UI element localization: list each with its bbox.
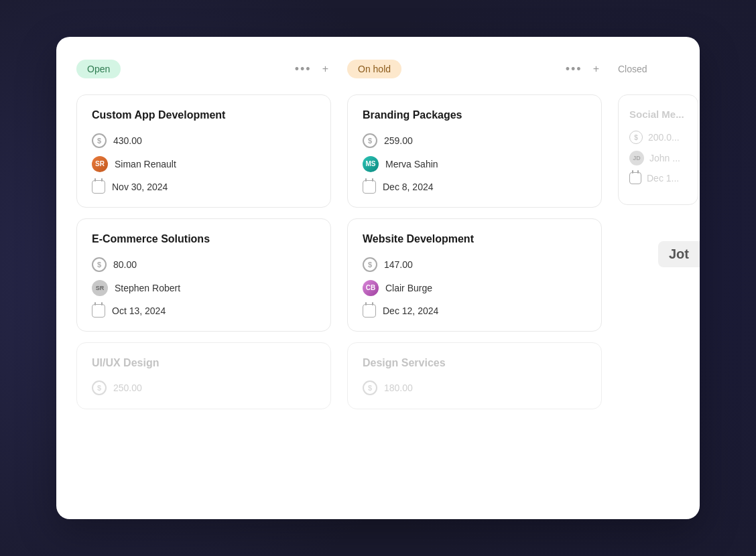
- card-date-row: Oct 13, 2024: [92, 304, 316, 318]
- card-date-row: Dec 12, 2024: [363, 304, 586, 318]
- card-design-services[interactable]: Design Services $ 180.00: [347, 342, 602, 410]
- partial-amount: 200.0...: [648, 132, 680, 143]
- status-badge-open: Open: [76, 60, 121, 78]
- jot-badge: Jot: [658, 241, 700, 267]
- on-hold-more-icon: •••: [566, 62, 582, 76]
- app-container: Open ••• + Custom App Development $: [56, 37, 700, 519]
- card-amount: 430.00: [113, 135, 142, 146]
- dollar-icon: $: [363, 380, 377, 395]
- card-title: E-Commerce Solutions: [92, 232, 316, 247]
- open-more-icon: •••: [295, 62, 312, 76]
- card-date: Oct 13, 2024: [112, 305, 166, 316]
- column-header-closed: Closed: [618, 57, 698, 81]
- card-date-row: Dec 8, 2024: [363, 180, 586, 194]
- card-custom-app[interactable]: Custom App Development $ 430.00 SR Siman…: [76, 94, 331, 208]
- card-amount: 80.00: [113, 259, 137, 270]
- card-assignee: Merva Sahin: [385, 159, 438, 169]
- status-badge-on-hold: On hold: [347, 60, 401, 78]
- calendar-icon: [363, 180, 376, 194]
- column-on-hold: On hold ••• + Branding Packages $ 25: [347, 57, 602, 499]
- card-amount-row: $ 430.00: [92, 133, 316, 148]
- calendar-icon: [363, 304, 376, 318]
- open-column-actions: ••• +: [292, 62, 331, 76]
- card-amount-row: $ 250.00: [92, 380, 316, 395]
- dollar-icon: $: [92, 133, 107, 148]
- avatar: MS: [363, 156, 379, 172]
- card-assignee-row: SR Stephen Robert: [92, 280, 316, 296]
- card-website-dev[interactable]: Website Development $ 147.00 CB Clair Bu…: [347, 218, 602, 332]
- on-hold-column-actions: ••• +: [563, 62, 602, 76]
- open-add-button[interactable]: +: [320, 62, 331, 76]
- open-more-button[interactable]: •••: [292, 62, 314, 76]
- card-branding[interactable]: Branding Packages $ 259.00 MS Merva Sahi…: [347, 94, 602, 208]
- on-hold-cards-container: Branding Packages $ 259.00 MS Merva Sahi…: [347, 94, 602, 409]
- card-amount-row: $ 259.00: [363, 133, 586, 148]
- card-amount: 147.00: [384, 259, 413, 270]
- on-hold-add-button[interactable]: +: [590, 62, 602, 76]
- status-badge-closed: Closed: [618, 60, 658, 78]
- partial-assignee-row: JD John ...: [629, 151, 687, 165]
- dollar-icon: $: [92, 380, 107, 395]
- calendar-icon: [629, 172, 641, 184]
- card-assignee-row: CB Clair Burge: [363, 280, 586, 296]
- column-open: Open ••• + Custom App Development $: [76, 57, 331, 499]
- partial-card-title: Social Me...: [629, 109, 687, 120]
- partial-assignee: John ...: [649, 153, 680, 163]
- card-title: Website Development: [363, 232, 586, 247]
- avatar: JD: [629, 151, 644, 165]
- card-social-media[interactable]: Social Me... $ 200.0... JD John ... Dec …: [618, 94, 698, 205]
- calendar-icon: [92, 304, 105, 318]
- card-assignee-row: SR Siman Renault: [92, 156, 316, 172]
- on-hold-add-icon: +: [593, 63, 599, 74]
- card-assignee-row: MS Merva Sahin: [363, 156, 586, 172]
- card-date: Nov 30, 2024: [112, 182, 168, 192]
- avatar: CB: [363, 280, 379, 296]
- card-amount: 259.00: [384, 135, 413, 146]
- card-amount: 180.00: [384, 383, 413, 393]
- dollar-icon: $: [92, 257, 107, 272]
- card-assignee: Stephen Robert: [115, 283, 180, 293]
- on-hold-more-button[interactable]: •••: [563, 62, 585, 76]
- avatar: SR: [92, 280, 108, 296]
- card-amount-row: $ 147.00: [363, 257, 586, 272]
- dollar-icon: $: [363, 133, 377, 148]
- card-date-row: Nov 30, 2024: [92, 180, 316, 194]
- card-assignee: Siman Renault: [115, 159, 176, 169]
- open-add-icon: +: [322, 63, 328, 74]
- card-title: UI/UX Design: [92, 356, 316, 370]
- dollar-icon: $: [629, 131, 643, 144]
- card-date: Dec 12, 2024: [383, 305, 438, 316]
- dollar-icon: $: [363, 257, 377, 272]
- closed-cards-container: Social Me... $ 200.0... JD John ... Dec …: [618, 94, 698, 216]
- calendar-icon: [92, 180, 105, 194]
- card-amount: 250.00: [113, 383, 142, 393]
- card-assignee: Clair Burge: [385, 283, 432, 293]
- partial-date: Dec 1...: [647, 173, 679, 184]
- card-date: Dec 8, 2024: [383, 182, 434, 192]
- open-cards-container: Custom App Development $ 430.00 SR Siman…: [76, 94, 331, 409]
- card-title: Custom App Development: [92, 109, 316, 123]
- column-header-on-hold: On hold ••• +: [347, 57, 602, 81]
- card-ecommerce[interactable]: E-Commerce Solutions $ 80.00 SR Stephen …: [76, 218, 331, 332]
- avatar: SR: [92, 156, 108, 172]
- card-title: Branding Packages: [363, 109, 586, 123]
- column-closed: Closed Social Me... $ 200.0... JD John .…: [618, 57, 698, 499]
- card-amount-row: $ 80.00: [92, 257, 316, 272]
- card-amount-row: $ 180.00: [363, 380, 586, 395]
- card-title: Design Services: [363, 356, 586, 370]
- board-area: Open ••• + Custom App Development $: [56, 37, 700, 519]
- card-uiux[interactable]: UI/UX Design $ 250.00: [76, 342, 331, 410]
- partial-date-row: Dec 1...: [629, 172, 687, 184]
- partial-amount-row: $ 200.0...: [629, 131, 687, 144]
- column-header-open: Open ••• +: [76, 57, 331, 81]
